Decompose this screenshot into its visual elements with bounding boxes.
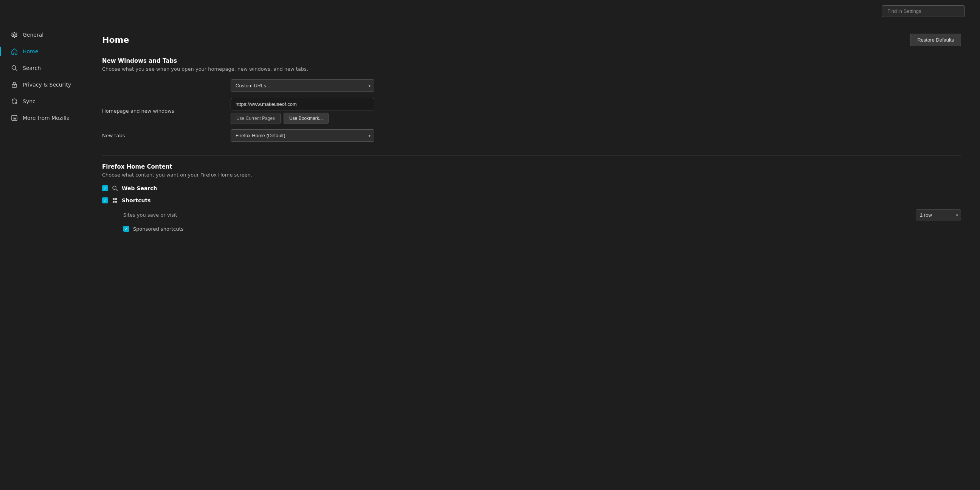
section-title-new-windows-tabs: New Windows and Tabs xyxy=(102,57,961,64)
find-in-settings-input[interactable] xyxy=(882,5,965,17)
shortcuts-sub-setting: Sites you save or visit 1 row 2 rows 3 r… xyxy=(123,210,961,220)
shortcuts-checkbox[interactable] xyxy=(102,197,108,204)
svg-rect-10 xyxy=(113,201,115,203)
checkbox-item-shortcuts: Shortcuts xyxy=(102,197,961,204)
section-desc-new-windows-tabs: Choose what you see when you open your h… xyxy=(102,66,961,72)
new-tabs-dropdown-wrapper: Firefox Home (Default) Blank Page Custom… xyxy=(231,129,374,142)
svg-line-7 xyxy=(116,189,118,191)
svg-rect-8 xyxy=(113,198,115,200)
mozilla-icon: m xyxy=(11,114,18,122)
sidebar-item-label-more-from-mozilla: More from Mozilla xyxy=(23,115,70,121)
web-search-checkbox[interactable] xyxy=(102,185,108,191)
setting-row-homepage: Homepage and new windows Use Current Pag… xyxy=(102,98,961,124)
svg-point-3 xyxy=(14,86,15,86)
web-search-label: Web Search xyxy=(122,185,157,191)
sidebar-item-label-home: Home xyxy=(23,48,38,54)
svg-point-0 xyxy=(12,66,16,70)
shortcuts-rows-dropdown[interactable]: 1 row 2 rows 3 rows xyxy=(916,210,961,220)
sidebar-item-label-sync: Sync xyxy=(23,98,35,104)
homepage-url-input[interactable] xyxy=(231,98,374,110)
section-title-firefox-home: Firefox Home Content xyxy=(102,163,961,170)
svg-text:m: m xyxy=(13,116,16,120)
sidebar-item-search[interactable]: Search xyxy=(3,60,80,76)
setting-row-new-tabs: New tabs Firefox Home (Default) Blank Pa… xyxy=(102,129,961,142)
svg-rect-11 xyxy=(115,201,117,203)
setting-label-new-tabs: New tabs xyxy=(102,133,231,138)
restore-defaults-button[interactable]: Restore Defaults xyxy=(910,33,961,46)
sponsored-shortcuts-label: Sponsored shortcuts xyxy=(133,226,184,232)
gear-icon xyxy=(11,31,18,38)
home-icon xyxy=(11,48,18,55)
content-area: Home Restore Defaults New Windows and Ta… xyxy=(83,22,980,490)
section-firefox-home-content: Firefox Home Content Choose what content… xyxy=(102,163,961,232)
section-divider xyxy=(102,155,961,156)
search-nav-icon xyxy=(11,64,18,72)
shortcuts-label: Shortcuts xyxy=(122,197,151,204)
web-search-icon xyxy=(112,185,118,191)
section-desc-firefox-home: Choose what content you want on your Fir… xyxy=(102,172,961,178)
homepage-type-dropdown-wrapper: Custom URLs... Firefox Home (Default) Bl… xyxy=(231,80,374,92)
main-layout: General Home Search xyxy=(0,22,980,490)
section-new-windows-tabs: New Windows and Tabs Choose what you see… xyxy=(102,57,961,142)
homepage-button-group: Use Current Pages Use Bookmark... xyxy=(231,113,961,124)
lock-icon xyxy=(11,81,18,89)
svg-line-1 xyxy=(16,69,18,71)
setting-label-homepage: Homepage and new windows xyxy=(102,108,231,114)
checkbox-item-web-search: Web Search xyxy=(102,185,961,191)
page-title: Home xyxy=(102,35,129,45)
top-bar xyxy=(0,0,980,22)
sponsored-shortcuts-row: Sponsored shortcuts xyxy=(123,226,961,232)
sidebar: General Home Search xyxy=(0,22,83,490)
sidebar-item-label-general: General xyxy=(23,32,43,38)
shortcuts-grid-icon xyxy=(112,197,118,204)
use-current-pages-button[interactable]: Use Current Pages xyxy=(231,113,280,124)
shortcuts-rows-dropdown-wrapper: 1 row 2 rows 3 rows ▾ xyxy=(916,210,961,220)
page-header: Home Restore Defaults xyxy=(102,33,961,46)
sidebar-item-sync[interactable]: Sync xyxy=(3,93,80,109)
setting-control-homepage: Use Current Pages Use Bookmark... xyxy=(231,98,961,124)
sidebar-item-label-privacy-security: Privacy & Security xyxy=(23,82,71,88)
sync-icon xyxy=(11,97,18,105)
svg-rect-9 xyxy=(115,198,117,200)
shortcuts-sub-label: Sites you save or visit xyxy=(123,212,177,218)
sidebar-item-more-from-mozilla[interactable]: m More from Mozilla xyxy=(3,110,80,126)
sidebar-item-privacy-security[interactable]: Privacy & Security xyxy=(3,77,80,92)
sponsored-shortcuts-checkbox[interactable] xyxy=(123,226,129,232)
sidebar-item-label-search: Search xyxy=(23,65,41,71)
new-tabs-dropdown[interactable]: Firefox Home (Default) Blank Page Custom… xyxy=(231,129,374,142)
setting-control-new-tabs: Firefox Home (Default) Blank Page Custom… xyxy=(231,129,961,142)
sidebar-item-home[interactable]: Home xyxy=(3,43,80,59)
homepage-type-dropdown[interactable]: Custom URLs... Firefox Home (Default) Bl… xyxy=(231,80,374,92)
use-bookmark-button[interactable]: Use Bookmark... xyxy=(283,113,329,124)
sidebar-item-general[interactable]: General xyxy=(3,27,80,43)
